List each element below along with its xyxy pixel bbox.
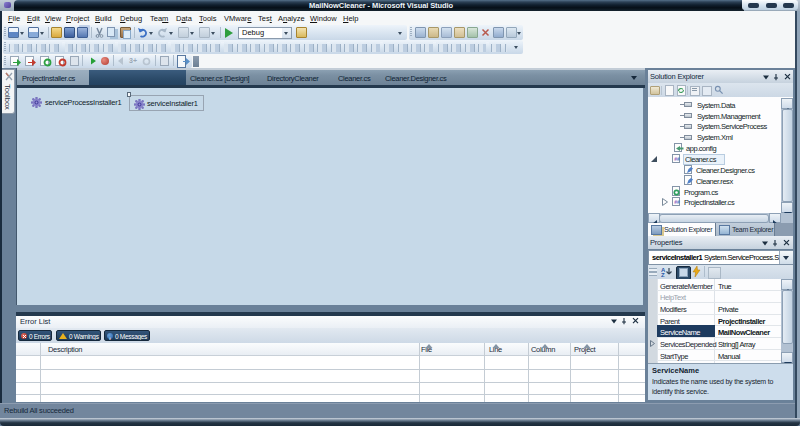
svg-text:Z: Z [661,272,665,277]
